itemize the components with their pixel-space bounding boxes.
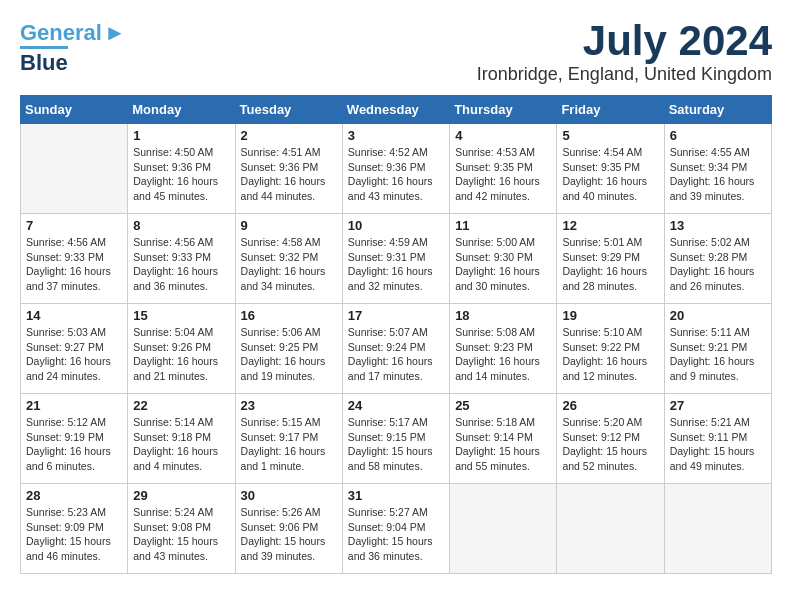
logo: General ► Blue [20, 20, 126, 76]
day-number: 25 [455, 398, 551, 413]
column-header-saturday: Saturday [664, 96, 771, 124]
calendar-cell: 28Sunrise: 5:23 AM Sunset: 9:09 PM Dayli… [21, 484, 128, 574]
calendar-header-row: SundayMondayTuesdayWednesdayThursdayFrid… [21, 96, 772, 124]
day-number: 26 [562, 398, 658, 413]
calendar-cell: 23Sunrise: 5:15 AM Sunset: 9:17 PM Dayli… [235, 394, 342, 484]
day-number: 2 [241, 128, 337, 143]
day-info: Sunrise: 5:21 AM Sunset: 9:11 PM Dayligh… [670, 415, 766, 474]
day-info: Sunrise: 5:00 AM Sunset: 9:30 PM Dayligh… [455, 235, 551, 294]
calendar-cell: 21Sunrise: 5:12 AM Sunset: 9:19 PM Dayli… [21, 394, 128, 484]
calendar-cell: 3Sunrise: 4:52 AM Sunset: 9:36 PM Daylig… [342, 124, 449, 214]
column-header-tuesday: Tuesday [235, 96, 342, 124]
day-info: Sunrise: 5:01 AM Sunset: 9:29 PM Dayligh… [562, 235, 658, 294]
day-info: Sunrise: 5:04 AM Sunset: 9:26 PM Dayligh… [133, 325, 229, 384]
calendar-week-row: 7Sunrise: 4:56 AM Sunset: 9:33 PM Daylig… [21, 214, 772, 304]
day-info: Sunrise: 4:51 AM Sunset: 9:36 PM Dayligh… [241, 145, 337, 204]
day-info: Sunrise: 4:52 AM Sunset: 9:36 PM Dayligh… [348, 145, 444, 204]
day-number: 17 [348, 308, 444, 323]
calendar-cell: 18Sunrise: 5:08 AM Sunset: 9:23 PM Dayli… [450, 304, 557, 394]
day-info: Sunrise: 4:50 AM Sunset: 9:36 PM Dayligh… [133, 145, 229, 204]
calendar-cell: 2Sunrise: 4:51 AM Sunset: 9:36 PM Daylig… [235, 124, 342, 214]
calendar-cell: 22Sunrise: 5:14 AM Sunset: 9:18 PM Dayli… [128, 394, 235, 484]
day-info: Sunrise: 5:12 AM Sunset: 9:19 PM Dayligh… [26, 415, 122, 474]
calendar-cell [557, 484, 664, 574]
day-number: 5 [562, 128, 658, 143]
day-number: 9 [241, 218, 337, 233]
day-number: 23 [241, 398, 337, 413]
day-info: Sunrise: 5:26 AM Sunset: 9:06 PM Dayligh… [241, 505, 337, 564]
day-info: Sunrise: 5:08 AM Sunset: 9:23 PM Dayligh… [455, 325, 551, 384]
month-title: July 2024 [477, 20, 772, 62]
day-number: 4 [455, 128, 551, 143]
logo-line1: General [20, 20, 102, 45]
day-number: 27 [670, 398, 766, 413]
day-number: 14 [26, 308, 122, 323]
day-number: 12 [562, 218, 658, 233]
day-number: 21 [26, 398, 122, 413]
calendar-cell: 14Sunrise: 5:03 AM Sunset: 9:27 PM Dayli… [21, 304, 128, 394]
calendar-cell: 19Sunrise: 5:10 AM Sunset: 9:22 PM Dayli… [557, 304, 664, 394]
day-number: 29 [133, 488, 229, 503]
day-number: 11 [455, 218, 551, 233]
day-info: Sunrise: 4:56 AM Sunset: 9:33 PM Dayligh… [26, 235, 122, 294]
calendar-cell: 13Sunrise: 5:02 AM Sunset: 9:28 PM Dayli… [664, 214, 771, 304]
calendar-cell: 8Sunrise: 4:56 AM Sunset: 9:33 PM Daylig… [128, 214, 235, 304]
day-info: Sunrise: 5:02 AM Sunset: 9:28 PM Dayligh… [670, 235, 766, 294]
day-info: Sunrise: 5:17 AM Sunset: 9:15 PM Dayligh… [348, 415, 444, 474]
day-info: Sunrise: 4:58 AM Sunset: 9:32 PM Dayligh… [241, 235, 337, 294]
day-info: Sunrise: 4:54 AM Sunset: 9:35 PM Dayligh… [562, 145, 658, 204]
day-number: 3 [348, 128, 444, 143]
calendar-week-row: 1Sunrise: 4:50 AM Sunset: 9:36 PM Daylig… [21, 124, 772, 214]
day-number: 22 [133, 398, 229, 413]
day-number: 16 [241, 308, 337, 323]
calendar-cell: 25Sunrise: 5:18 AM Sunset: 9:14 PM Dayli… [450, 394, 557, 484]
calendar-cell: 27Sunrise: 5:21 AM Sunset: 9:11 PM Dayli… [664, 394, 771, 484]
day-number: 10 [348, 218, 444, 233]
column-header-thursday: Thursday [450, 96, 557, 124]
column-header-sunday: Sunday [21, 96, 128, 124]
day-info: Sunrise: 5:10 AM Sunset: 9:22 PM Dayligh… [562, 325, 658, 384]
day-info: Sunrise: 4:59 AM Sunset: 9:31 PM Dayligh… [348, 235, 444, 294]
day-info: Sunrise: 5:15 AM Sunset: 9:17 PM Dayligh… [241, 415, 337, 474]
day-number: 1 [133, 128, 229, 143]
day-info: Sunrise: 4:56 AM Sunset: 9:33 PM Dayligh… [133, 235, 229, 294]
calendar-week-row: 28Sunrise: 5:23 AM Sunset: 9:09 PM Dayli… [21, 484, 772, 574]
day-number: 19 [562, 308, 658, 323]
day-number: 13 [670, 218, 766, 233]
calendar-cell: 17Sunrise: 5:07 AM Sunset: 9:24 PM Dayli… [342, 304, 449, 394]
day-number: 24 [348, 398, 444, 413]
calendar-cell: 4Sunrise: 4:53 AM Sunset: 9:35 PM Daylig… [450, 124, 557, 214]
calendar-cell: 20Sunrise: 5:11 AM Sunset: 9:21 PM Dayli… [664, 304, 771, 394]
column-header-friday: Friday [557, 96, 664, 124]
day-info: Sunrise: 5:14 AM Sunset: 9:18 PM Dayligh… [133, 415, 229, 474]
day-info: Sunrise: 5:06 AM Sunset: 9:25 PM Dayligh… [241, 325, 337, 384]
calendar-cell: 31Sunrise: 5:27 AM Sunset: 9:04 PM Dayli… [342, 484, 449, 574]
calendar-cell [664, 484, 771, 574]
logo-bird-icon: ► [104, 20, 126, 46]
day-number: 20 [670, 308, 766, 323]
calendar-cell: 5Sunrise: 4:54 AM Sunset: 9:35 PM Daylig… [557, 124, 664, 214]
calendar-cell: 10Sunrise: 4:59 AM Sunset: 9:31 PM Dayli… [342, 214, 449, 304]
calendar-week-row: 14Sunrise: 5:03 AM Sunset: 9:27 PM Dayli… [21, 304, 772, 394]
day-info: Sunrise: 4:53 AM Sunset: 9:35 PM Dayligh… [455, 145, 551, 204]
calendar-cell: 29Sunrise: 5:24 AM Sunset: 9:08 PM Dayli… [128, 484, 235, 574]
day-info: Sunrise: 5:03 AM Sunset: 9:27 PM Dayligh… [26, 325, 122, 384]
calendar-cell: 15Sunrise: 5:04 AM Sunset: 9:26 PM Dayli… [128, 304, 235, 394]
column-header-wednesday: Wednesday [342, 96, 449, 124]
calendar-cell: 30Sunrise: 5:26 AM Sunset: 9:06 PM Dayli… [235, 484, 342, 574]
logo-text: General [20, 22, 102, 44]
day-info: Sunrise: 5:18 AM Sunset: 9:14 PM Dayligh… [455, 415, 551, 474]
day-info: Sunrise: 5:24 AM Sunset: 9:08 PM Dayligh… [133, 505, 229, 564]
day-number: 15 [133, 308, 229, 323]
calendar-cell: 7Sunrise: 4:56 AM Sunset: 9:33 PM Daylig… [21, 214, 128, 304]
day-number: 30 [241, 488, 337, 503]
day-info: Sunrise: 4:55 AM Sunset: 9:34 PM Dayligh… [670, 145, 766, 204]
calendar-cell: 12Sunrise: 5:01 AM Sunset: 9:29 PM Dayli… [557, 214, 664, 304]
calendar-cell: 9Sunrise: 4:58 AM Sunset: 9:32 PM Daylig… [235, 214, 342, 304]
calendar-table: SundayMondayTuesdayWednesdayThursdayFrid… [20, 95, 772, 574]
column-header-monday: Monday [128, 96, 235, 124]
calendar-cell: 6Sunrise: 4:55 AM Sunset: 9:34 PM Daylig… [664, 124, 771, 214]
day-info: Sunrise: 5:07 AM Sunset: 9:24 PM Dayligh… [348, 325, 444, 384]
location-title: Ironbridge, England, United Kingdom [477, 64, 772, 85]
day-info: Sunrise: 5:11 AM Sunset: 9:21 PM Dayligh… [670, 325, 766, 384]
